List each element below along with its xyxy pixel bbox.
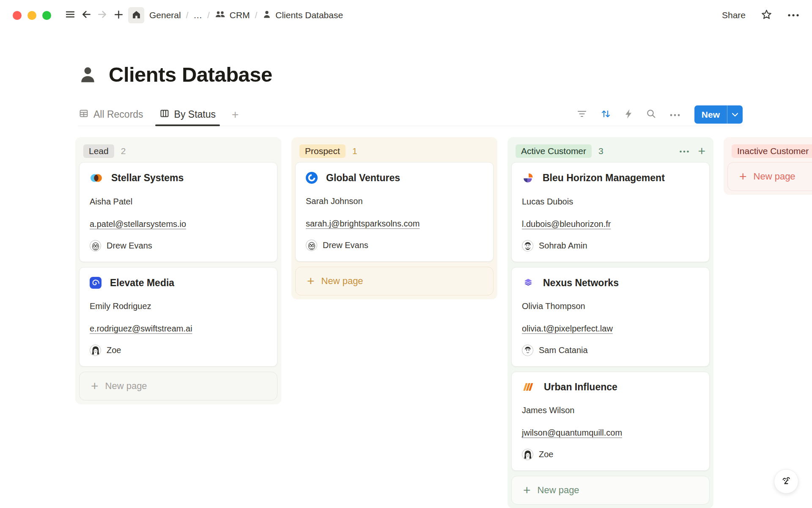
urban-influence-logo-icon: [522, 382, 535, 392]
breadcrumb-item-clients-database[interactable]: Clients Database: [262, 10, 343, 21]
card-email-link[interactable]: e.rodriguez@swiftstream.ai: [90, 324, 267, 334]
view-options-button[interactable]: [669, 111, 680, 119]
status-badge-prospect[interactable]: Prospect: [299, 144, 346, 158]
breadcrumb-label: General: [149, 10, 181, 20]
hamburger-icon: [65, 9, 75, 21]
card-owner: Drew Evans: [90, 240, 267, 251]
card-email-link[interactable]: a.patel@stellarsystems.io: [90, 219, 267, 229]
plus-icon: +: [739, 170, 747, 183]
sort-button[interactable]: [600, 108, 611, 121]
status-badge-lead[interactable]: Lead: [83, 144, 114, 158]
breadcrumb-item-crm[interactable]: CRM: [215, 10, 250, 21]
new-record-button[interactable]: New: [694, 105, 743, 124]
stellar-systems-logo-icon: [90, 172, 103, 184]
breadcrumb-item-general[interactable]: General: [149, 10, 181, 20]
avatar-drew-evans: [90, 240, 101, 251]
new-tab-button[interactable]: [110, 7, 126, 23]
bleu-horizon-logo-icon: [522, 172, 534, 184]
page-more-button[interactable]: [787, 11, 799, 19]
table-icon: [79, 108, 89, 121]
notion-face-assistant-button[interactable]: [774, 469, 798, 494]
column-lead: Lead 2 Stellar Systems Aisha Patel a.pat…: [75, 137, 281, 404]
new-button-caret[interactable]: [727, 105, 743, 124]
views-bar: All Records By Status +: [78, 103, 743, 126]
card-contact-name: Aisha Patel: [90, 197, 267, 207]
card-contact-name: Olivia Thompson: [522, 301, 699, 311]
person-icon: [262, 10, 272, 21]
column-more-button[interactable]: [679, 147, 689, 155]
card-contact-name: James Wilson: [522, 406, 699, 415]
card-company-name: Elevate Media: [110, 277, 174, 289]
page-title[interactable]: Clients Database: [109, 63, 272, 86]
card-global-ventures[interactable]: Global Ventures Sarah Johnson sarah.j@br…: [295, 162, 494, 262]
doodle-face-icon: [779, 474, 793, 489]
back-button[interactable]: [78, 7, 94, 23]
new-page-label: New page: [105, 381, 147, 392]
favorite-button[interactable]: [761, 9, 772, 22]
new-page-button-lead[interactable]: + New page: [79, 372, 277, 400]
card-owner: Drew Evans: [306, 240, 483, 251]
new-page-button-inactive-customer[interactable]: + New page: [727, 162, 812, 191]
sidebar-menu-button[interactable]: [62, 7, 78, 23]
breadcrumb: General / … / CRM / Clients Database: [149, 10, 343, 21]
tab-by-status[interactable]: By Status: [159, 103, 217, 126]
share-button[interactable]: Share: [722, 10, 746, 20]
automations-button[interactable]: [624, 109, 633, 121]
card-company-name: Stellar Systems: [111, 172, 184, 184]
column-prospect: Prospect 1 Global Ventures Sarah Johnson…: [291, 137, 497, 299]
plus-icon: +: [307, 275, 315, 287]
tab-label: All Records: [93, 109, 143, 120]
new-page-label: New page: [754, 171, 796, 182]
card-stellar-systems[interactable]: Stellar Systems Aisha Patel a.patel@stel…: [79, 162, 277, 262]
new-page-button-active-customer[interactable]: + New page: [511, 476, 710, 505]
card-elevate-media[interactable]: Elevate Media Emily Rodriguez e.rodrigue…: [79, 267, 277, 367]
search-button[interactable]: [646, 108, 656, 121]
card-company-name: Nexus Networks: [543, 277, 619, 289]
column-add-card-button[interactable]: +: [698, 145, 705, 157]
status-badge-inactive-customer[interactable]: Inactive Customer: [732, 144, 812, 158]
card-email-link[interactable]: l.dubois@bleuhorizon.fr: [522, 219, 699, 229]
card-owner-name: Sam Catania: [539, 345, 588, 355]
avatar-sam-catania: [522, 345, 533, 356]
avatar-sohrab-amin: [522, 240, 533, 251]
card-email-link[interactable]: sarah.j@brightsparksolns.com: [306, 219, 483, 229]
new-button-label: New: [694, 105, 727, 124]
card-nexus-networks[interactable]: Nexus Networks Olivia Thompson olivia.t@…: [511, 267, 710, 367]
add-view-button[interactable]: +: [232, 108, 239, 121]
card-email-link[interactable]: olivia.t@pixelperfect.law: [522, 324, 699, 334]
close-window-button[interactable]: [13, 11, 22, 20]
chevron-down-icon: [732, 111, 738, 119]
card-owner-name: Sohrab Amin: [539, 241, 587, 251]
plus-icon: +: [91, 380, 99, 392]
plus-icon: +: [698, 145, 705, 157]
card-bleu-horizon-management[interactable]: Bleu Horizon Management Lucas Dubois l.d…: [511, 162, 710, 262]
forward-button[interactable]: [94, 7, 110, 23]
card-owner: Zoe: [90, 345, 267, 356]
card-company-name: Global Ventures: [326, 172, 400, 184]
breadcrumb-separator: /: [186, 11, 189, 20]
column-header: Prospect 1: [295, 141, 494, 162]
column-header: Active Customer 3 +: [511, 141, 710, 162]
search-icon: [646, 108, 656, 121]
filter-button[interactable]: [577, 110, 587, 120]
column-inactive-customer: Inactive Customer + New page: [724, 137, 812, 195]
status-badge-active-customer[interactable]: Active Customer: [516, 144, 592, 158]
window-titlebar: General / … / CRM / Clients Database Sha…: [0, 0, 812, 30]
ellipsis-icon: [787, 11, 799, 19]
tab-label: By Status: [174, 109, 216, 120]
card-owner-name: Drew Evans: [107, 241, 152, 251]
breadcrumb-item-collapsed[interactable]: …: [193, 10, 202, 20]
minimize-window-button[interactable]: [27, 11, 36, 20]
card-contact-name: Emily Rodriguez: [90, 301, 267, 311]
zoom-window-button[interactable]: [42, 11, 51, 20]
page-icon-person[interactable]: [78, 65, 98, 85]
card-email-link[interactable]: jwilson@quantumquill.com: [522, 428, 699, 438]
home-icon: [132, 10, 141, 21]
home-button[interactable]: [128, 7, 144, 23]
tab-all-records[interactable]: All Records: [78, 103, 144, 126]
nexus-networks-logo-icon: [522, 277, 535, 289]
new-page-button-prospect[interactable]: + New page: [295, 267, 494, 295]
card-urban-influence[interactable]: Urban Influence James Wilson jwilson@qua…: [511, 372, 710, 471]
sort-arrows-icon: [600, 108, 611, 121]
card-owner: Sam Catania: [522, 345, 699, 356]
